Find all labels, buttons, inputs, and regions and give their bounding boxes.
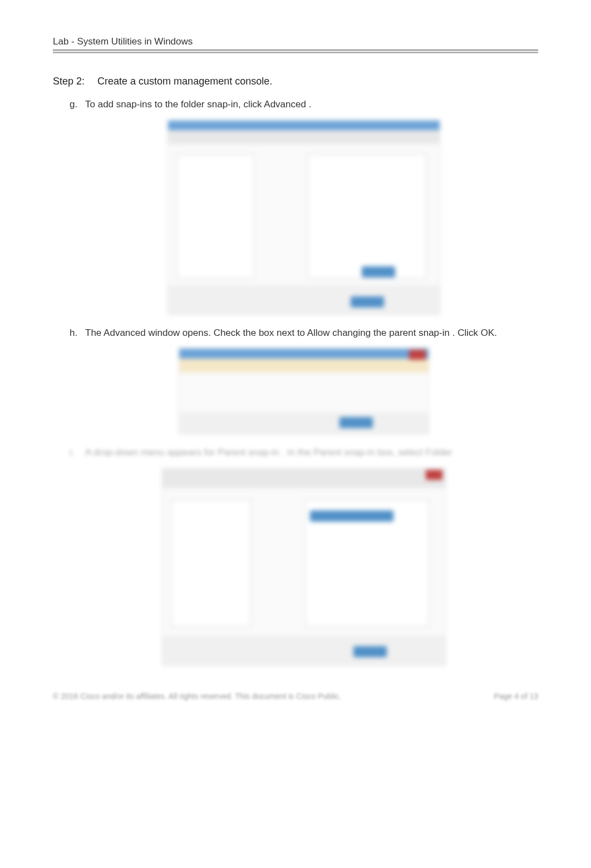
step-i-text-1: A drop-down menu appears for bbox=[85, 447, 215, 458]
step-letter-i: i. bbox=[70, 445, 75, 460]
step-item-i: i. A drop-down menu appears for Parent s… bbox=[70, 445, 538, 460]
step-g-text-1: To add snap-ins to the folder snap-in, c… bbox=[85, 99, 264, 110]
step-list: g. To add snap-ins to the folder snap-in… bbox=[53, 97, 538, 666]
step-letter-g: g. bbox=[70, 97, 77, 112]
footer-page-number: Page 4 of 13 bbox=[494, 692, 538, 701]
step-i-text-5: box, select bbox=[378, 447, 423, 458]
header-divider bbox=[53, 52, 538, 53]
step-heading: Step 2: Create a custom management conso… bbox=[53, 76, 538, 87]
step-h-allow-changing: Allow changing the parent snap-in bbox=[307, 328, 450, 338]
step-item-h: h. The Advanced window opens. Check the … bbox=[70, 326, 538, 340]
document-page: Lab - System Utilities in Windows Step 2… bbox=[0, 0, 591, 723]
step-i-text-4: Parent snap-in bbox=[313, 447, 375, 458]
footer-copyright: © 2016 Cisco and/or its affiliates. All … bbox=[53, 692, 341, 701]
step-h-text-3: window opens. Check the bbox=[148, 328, 258, 338]
step-g-advanced: Advanced bbox=[264, 99, 306, 110]
step-title: Create a custom management console. bbox=[97, 76, 272, 87]
step-i-text-3: . In the bbox=[282, 447, 311, 458]
page-footer: © 2016 Cisco and/or its affiliates. All … bbox=[53, 692, 538, 701]
step-letter-h: h. bbox=[70, 326, 77, 340]
step-i-text-6: Folder bbox=[426, 447, 452, 458]
step-h-advanced: Advanced bbox=[104, 328, 146, 338]
step-item-g: g. To add snap-ins to the folder snap-in… bbox=[70, 97, 538, 112]
step-g-text-3: . bbox=[309, 99, 312, 110]
screenshot-1 bbox=[168, 120, 440, 315]
step-label: Step 2: bbox=[53, 76, 85, 87]
step-h-text-6: . Click OK. bbox=[452, 328, 497, 338]
step-h-text-4: box next to bbox=[259, 328, 307, 338]
step-h-text-1: The bbox=[85, 328, 104, 338]
screenshot-3 bbox=[162, 468, 446, 666]
step-i-text-2: Parent snap-in bbox=[218, 447, 279, 458]
screenshot-2 bbox=[179, 348, 429, 434]
page-header-title: Lab - System Utilities in Windows bbox=[53, 36, 538, 51]
